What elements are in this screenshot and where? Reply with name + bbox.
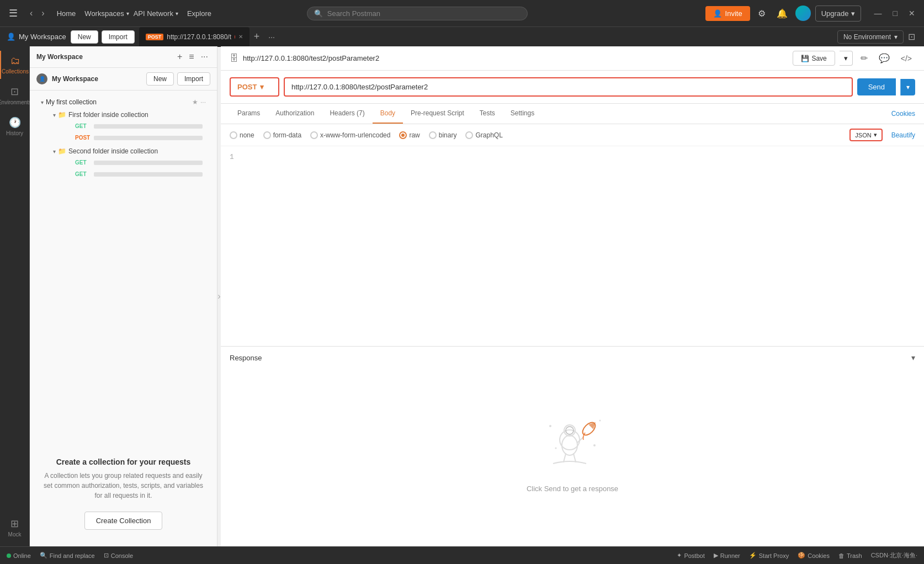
body-option-graphql[interactable]: GraphQL (465, 131, 502, 139)
beautify-button[interactable]: Beautify (891, 131, 915, 139)
collection-name: My first collection (46, 98, 190, 106)
json-dropdown-chevron-icon: ▾ (874, 131, 877, 139)
cookies-item[interactable]: 🍪 Cookies (798, 551, 830, 560)
explore-link[interactable]: Explore (183, 7, 216, 20)
svg-line-6 (573, 454, 576, 462)
tab-modified-dot (235, 35, 235, 39)
close-button[interactable]: ✕ (904, 7, 920, 20)
collection-star-icon[interactable]: ★ (192, 98, 198, 106)
home-link[interactable]: Home (52, 7, 81, 20)
cookies-status-label: Cookies (808, 552, 830, 559)
env-view-button[interactable]: ⊡ (906, 29, 917, 44)
collection-header[interactable]: ▾ My first collection ★ ··· (36, 96, 210, 108)
workspace-icon: 👤 (7, 33, 15, 41)
save-dropdown-button[interactable]: ▾ (840, 51, 853, 66)
nav-back-button[interactable]: ‹ (26, 6, 36, 20)
import-button[interactable]: Import (102, 30, 135, 44)
code-editor[interactable]: 1 (221, 146, 924, 346)
comment-icon-button[interactable]: 💬 (875, 51, 893, 66)
send-button[interactable]: Send (857, 78, 896, 95)
find-replace-item[interactable]: 🔍 Find and replace (40, 552, 95, 559)
new-button[interactable]: New (71, 30, 98, 44)
console-item[interactable]: ⊡ Console (104, 552, 133, 559)
panel-filter-button[interactable]: ≡ (187, 51, 196, 63)
svg-point-11 (555, 447, 557, 449)
sidebar-item-collections[interactable]: 🗂 Collections (0, 51, 29, 79)
panel-add-button[interactable]: + (175, 51, 184, 63)
send-dropdown-button[interactable]: ▾ (900, 79, 915, 95)
sidebar-item-environments[interactable]: ⊡ Environments (0, 81, 29, 110)
runner-item[interactable]: ▶ Runner (714, 551, 740, 560)
tab-body[interactable]: Body (373, 104, 403, 124)
svg-point-10 (593, 444, 596, 446)
sidebar-icons: 🗂 Collections ⊡ Environments 🕐 History ⊞… (0, 46, 30, 546)
request-item-4: GET (50, 168, 208, 180)
trash-item[interactable]: 🗑 Trash (838, 551, 862, 560)
header-actions: 💾 Save ▾ ✏ 💬 </> (793, 51, 915, 66)
folder-header-2[interactable]: ▾ 📁 Second folder inside collection (50, 146, 208, 157)
folder-header-1[interactable]: ▾ 📁 First folder inside collection (50, 109, 208, 120)
request-row-4[interactable]: GET (72, 169, 206, 179)
tab-more-button[interactable]: ··· (264, 30, 279, 44)
tab-close-icon[interactable]: ✕ (238, 34, 243, 40)
upgrade-button[interactable]: Upgrade ▾ (815, 6, 861, 22)
import-collection-button[interactable]: Import (177, 72, 210, 86)
request-row-3[interactable]: GET (72, 158, 206, 167)
response-header[interactable]: Response ▾ (230, 353, 915, 362)
line-number-1: 1 (230, 153, 234, 161)
main-content: 🗄 http://127.0.0.1:8080/test2/postParame… (221, 46, 924, 546)
body-option-binary[interactable]: binary (429, 131, 457, 139)
online-status[interactable]: Online (7, 552, 31, 559)
collection-more-icon[interactable]: ··· (200, 98, 206, 106)
method-select[interactable]: POST ▾ (230, 77, 279, 97)
minimize-button[interactable]: — (870, 7, 886, 20)
tab-pre-request-script[interactable]: Pre-request Script (403, 104, 472, 124)
panel-workspace-buttons: New Import (146, 72, 210, 86)
invite-icon: 👤 (713, 9, 722, 18)
request-main-row: POST ▾ Send ▾ (230, 77, 915, 97)
env-select[interactable]: No Environment ▾ (837, 30, 904, 44)
collection-item: ▾ My first collection ★ ··· ▾ 📁 First fo… (30, 95, 217, 182)
cookies-link[interactable]: Cookies (891, 110, 915, 118)
body-option-none[interactable]: none (230, 131, 254, 139)
folder-item-1: ▾ 📁 First folder inside collection GET (36, 108, 210, 145)
sidebar-item-mock[interactable]: ⊞ Mock (0, 513, 29, 542)
invite-button[interactable]: 👤 Invite (705, 6, 750, 21)
svg-point-12 (599, 419, 601, 421)
settings-icon-button[interactable]: ⚙ (755, 6, 769, 21)
tab-params[interactable]: Params (230, 104, 268, 124)
request-row-1[interactable]: GET (72, 121, 206, 131)
request-row-2[interactable]: POST (72, 133, 206, 142)
tab-tests[interactable]: Tests (472, 104, 503, 124)
maximize-button[interactable]: □ (889, 7, 902, 20)
tab-settings[interactable]: Settings (503, 104, 542, 124)
save-button[interactable]: 💾 Save (793, 51, 835, 66)
response-chevron-icon: ▾ (911, 353, 915, 362)
menu-icon[interactable]: ☰ (4, 5, 22, 22)
notifications-icon-button[interactable]: 🔔 (773, 6, 791, 21)
tab-authorization[interactable]: Authorization (268, 104, 322, 124)
start-proxy-item[interactable]: ⚡ Start Proxy (749, 551, 789, 560)
body-option-raw[interactable]: raw (399, 131, 419, 139)
code-icon-button[interactable]: </> (898, 51, 915, 66)
sidebar-item-history[interactable]: 🕐 History (0, 112, 29, 141)
tab-add-button[interactable]: + (249, 29, 264, 45)
body-option-urlencoded[interactable]: x-www-form-urlencoded (310, 131, 390, 139)
new-collection-button[interactable]: New (146, 72, 174, 86)
json-format-dropdown[interactable]: JSON ▾ (849, 129, 882, 141)
folder2-chevron-icon: ▾ (53, 148, 56, 155)
request-tab[interactable]: POST http://127.0.0.1:8080/t ✕ (139, 27, 249, 47)
edit-icon-button[interactable]: ✏ (857, 51, 871, 66)
nav-forward-button[interactable]: › (38, 6, 47, 20)
search-bar[interactable]: 🔍 Search Postman (307, 7, 528, 20)
postbot-item[interactable]: ✦ Postbot (677, 551, 704, 560)
save-icon: 💾 (801, 55, 809, 62)
panel-more-button[interactable]: ··· (199, 51, 210, 63)
api-network-link[interactable]: API Network ▾ (134, 9, 178, 18)
workspaces-link[interactable]: Workspaces ▾ (84, 9, 129, 18)
avatar[interactable] (795, 6, 811, 21)
url-input[interactable] (284, 77, 853, 97)
create-collection-button[interactable]: Create Collection (84, 512, 163, 530)
body-option-form-data[interactable]: form-data (263, 131, 301, 139)
tab-headers[interactable]: Headers (7) (322, 104, 372, 124)
